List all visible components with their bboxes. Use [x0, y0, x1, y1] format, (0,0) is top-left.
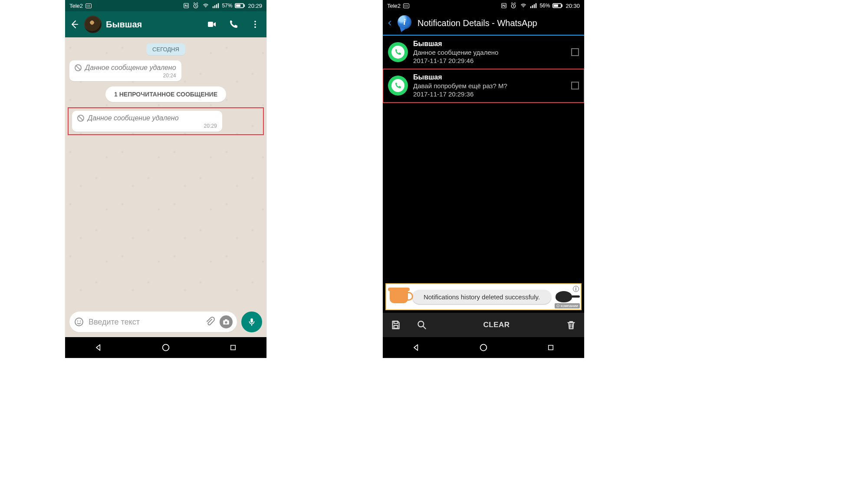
- svg-point-14: [75, 318, 83, 326]
- nfc-icon: [183, 3, 190, 9]
- phone-whatsapp: Tele2 57% 20:29 Бывшая: [65, 0, 266, 358]
- battery-icon: [552, 3, 563, 8]
- nav-back-button[interactable]: [93, 342, 104, 353]
- svg-rect-33: [394, 321, 398, 323]
- svg-rect-4: [214, 5, 215, 8]
- notification-time: 2017-11-17 20:29:46: [413, 57, 566, 64]
- message-time: 20:24: [75, 73, 176, 79]
- select-checkbox[interactable]: [571, 82, 579, 89]
- clock-label: 20:30: [566, 3, 580, 9]
- ad-info-icon[interactable]: i: [573, 286, 579, 292]
- notification-item[interactable]: Бывшая Давай попробуем ещё раз? М? 2017-…: [383, 69, 584, 103]
- wifi-icon: [202, 3, 210, 9]
- sim-icon: [403, 3, 409, 8]
- svg-point-11: [254, 21, 256, 23]
- svg-rect-3: [213, 7, 214, 8]
- svg-point-15: [77, 321, 78, 321]
- clock-label: 20:29: [248, 3, 262, 9]
- app-title: Notification Details - WhatsApp: [418, 18, 537, 28]
- delete-button[interactable]: [558, 319, 584, 331]
- svg-rect-28: [534, 4, 535, 8]
- svg-point-35: [418, 321, 424, 327]
- video-call-button[interactable]: [207, 19, 217, 30]
- notification-body: Данное сообщение удалено: [413, 49, 566, 56]
- nav-back-button[interactable]: [411, 342, 421, 353]
- whatsapp-icon: [388, 76, 408, 96]
- alarm-icon: [510, 2, 517, 9]
- contact-avatar[interactable]: [84, 16, 102, 33]
- highlight-box: Данное сообщение удалено 20:29: [68, 107, 264, 135]
- ad-tag: О компании: [555, 303, 580, 308]
- svg-rect-27: [532, 5, 533, 8]
- back-button[interactable]: [69, 19, 80, 30]
- svg-rect-34: [394, 325, 398, 328]
- empty-area: [383, 103, 584, 283]
- chat-body[interactable]: СЕГОДНЯ Данное сообщение удалено 20:24 1…: [65, 37, 266, 307]
- svg-point-25: [523, 7, 524, 8]
- emoji-icon[interactable]: [74, 317, 84, 327]
- svg-point-12: [254, 23, 256, 25]
- contact-name[interactable]: Бывшая: [106, 20, 202, 30]
- app-header: i Notification Details - WhatsApp: [383, 11, 584, 36]
- nav-recent-button[interactable]: [546, 342, 556, 353]
- svg-rect-6: [218, 3, 219, 8]
- svg-point-36: [480, 345, 487, 351]
- notification-item[interactable]: Бывшая Данное сообщение удалено 2017-11-…: [383, 36, 584, 69]
- status-right: 56% 20:30: [500, 2, 580, 9]
- svg-rect-20: [250, 318, 253, 323]
- message-bubble[interactable]: Данное сообщение удалено 20:24: [69, 60, 181, 81]
- carrier-label: Tele2: [387, 3, 401, 9]
- voice-message-button[interactable]: [241, 311, 262, 332]
- nav-home-button[interactable]: [161, 342, 171, 353]
- wifi-icon: [519, 3, 527, 9]
- message-input[interactable]: Введите текст: [69, 311, 237, 332]
- svg-rect-37: [548, 345, 553, 350]
- deleted-icon: [75, 64, 82, 71]
- svg-rect-26: [530, 7, 531, 8]
- nav-recent-button[interactable]: [228, 342, 238, 353]
- phone-notification-app: Tele2 56% 20:30 i Notification Details -…: [383, 0, 584, 358]
- svg-rect-8: [236, 4, 240, 7]
- android-nav-bar: [65, 337, 266, 358]
- battery-percent: 57%: [222, 3, 232, 9]
- toast-message: Notifications history deleted successful…: [412, 290, 551, 304]
- ad-image-icon: [556, 291, 572, 302]
- message-text: Данное сообщение удалено: [88, 114, 179, 122]
- message-bubble[interactable]: Данное сообщение удалено 20:29: [72, 111, 222, 132]
- svg-rect-31: [554, 4, 558, 7]
- attach-icon[interactable]: [205, 317, 215, 327]
- notification-title: Бывшая: [413, 73, 566, 81]
- message-time: 20:29: [77, 123, 217, 129]
- svg-rect-9: [244, 4, 245, 7]
- more-menu-button[interactable]: [250, 19, 260, 30]
- message-input-bar: Введите текст: [65, 307, 266, 337]
- sim-icon: [85, 3, 92, 8]
- notification-body: Давай попробуем ещё раз? М?: [413, 82, 566, 89]
- status-left: Tele2: [387, 3, 409, 9]
- status-bar: Tele2 56% 20:30: [383, 0, 584, 11]
- nav-home-button[interactable]: [478, 342, 489, 353]
- voice-call-button[interactable]: [228, 19, 239, 30]
- chat-header: Бывшая: [65, 11, 266, 37]
- svg-rect-22: [230, 345, 235, 350]
- svg-rect-32: [562, 4, 563, 7]
- camera-icon[interactable]: [220, 315, 233, 328]
- message-placeholder: Введите текст: [89, 318, 201, 327]
- ad-banner[interactable]: Notifications history deleted successful…: [385, 283, 582, 310]
- message-text: Данное сообщение удалено: [85, 64, 176, 72]
- svg-point-21: [163, 345, 169, 351]
- status-bar: Tele2 57% 20:29: [65, 0, 266, 11]
- save-button[interactable]: [383, 319, 409, 331]
- svg-rect-5: [216, 4, 217, 8]
- search-button[interactable]: [409, 319, 435, 331]
- select-checkbox[interactable]: [571, 48, 579, 56]
- svg-point-16: [80, 321, 81, 321]
- whatsapp-icon: [388, 42, 408, 62]
- status-left: Tele2: [69, 3, 92, 9]
- notification-list[interactable]: Бывшая Данное сообщение удалено 2017-11-…: [383, 36, 584, 103]
- svg-rect-10: [208, 22, 213, 27]
- back-button[interactable]: [386, 19, 393, 27]
- alarm-icon: [192, 2, 199, 9]
- clear-button[interactable]: CLEAR: [435, 321, 558, 329]
- signal-icon: [212, 3, 219, 9]
